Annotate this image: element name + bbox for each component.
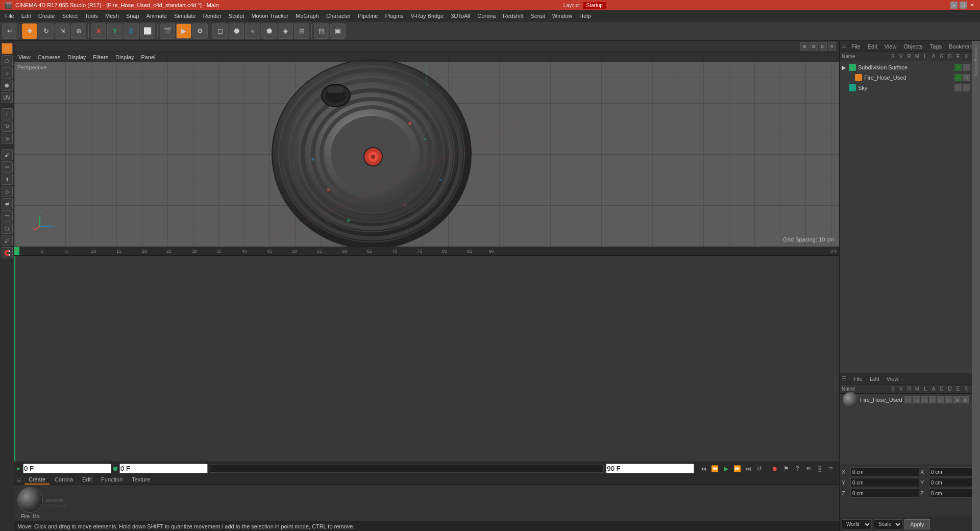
mat-tab-edit[interactable]: Edit — [867, 375, 882, 383]
y-axis-button[interactable]: Y — [107, 23, 122, 39]
x-pos-input[interactable] — [850, 467, 919, 476]
mat-check1[interactable]: □ — [904, 396, 912, 403]
edge-mode-button[interactable]: ⟐ — [245, 23, 260, 39]
om-check-btn[interactable]: ✓ — [954, 64, 962, 71]
point-mode-button[interactable]: ⬣ — [229, 23, 244, 39]
menu-animate[interactable]: Animate — [143, 12, 170, 20]
scene-browser-tab[interactable]: Scene Browser — [972, 43, 979, 78]
record-button[interactable]: ⏺ — [770, 464, 780, 474]
menu-plugins[interactable]: Plugins — [382, 12, 406, 20]
menu-sculpt[interactable]: Sculpt — [226, 12, 248, 20]
mat-check5[interactable]: □ — [937, 396, 944, 403]
dots-btn[interactable]: ⣿ — [815, 464, 825, 474]
menu-edit[interactable]: Edit — [18, 12, 34, 20]
transform-tool-button[interactable]: ⊕ — [71, 23, 86, 39]
timeline-scrubber[interactable] — [210, 465, 604, 473]
sidebar-brush-btn[interactable]: 🖌 — [2, 149, 13, 160]
vp-menu-filters[interactable]: Filters — [91, 53, 110, 61]
motion-btn[interactable]: ≋ — [803, 464, 814, 474]
next-frame-button[interactable]: ⏩ — [732, 464, 742, 474]
viewport-settings-btn[interactable]: ⚙ — [810, 42, 818, 51]
sidebar-poly-btn[interactable]: ⬟ — [2, 80, 13, 91]
sidebar-knife-btn[interactable]: ✂ — [2, 161, 13, 173]
apply-button[interactable]: Apply — [904, 519, 930, 529]
vp-menu-view[interactable]: View — [16, 53, 33, 61]
render-button[interactable]: ▶ — [176, 23, 191, 39]
texture-mode-button[interactable]: ⊞ — [294, 23, 309, 39]
material-ball[interactable] — [17, 487, 43, 513]
menu-corona[interactable]: Corona — [474, 12, 499, 20]
z-axis-button[interactable]: Z — [124, 23, 139, 39]
maximize-button[interactable]: □ — [960, 2, 967, 9]
menu-create[interactable]: Create — [35, 12, 58, 20]
render-settings-button[interactable]: ⚙ — [192, 23, 208, 39]
y-pos-input[interactable] — [850, 478, 919, 487]
all-axes-button[interactable]: ⬜ — [140, 23, 155, 39]
om-firehose-check[interactable]: ✓ — [954, 74, 962, 81]
viewport[interactable]: ⊞ ⚙ ⊡ ✕ View Cameras Display Filters Dis… — [14, 41, 839, 247]
mat-tab-view[interactable]: View — [884, 375, 901, 383]
sidebar-bevel-btn[interactable]: ◇ — [2, 186, 13, 197]
om-dot-btn[interactable]: · — [963, 64, 970, 71]
mat-tab-file[interactable]: File — [851, 375, 865, 383]
mat-check8[interactable]: ✕ — [962, 396, 969, 403]
tab-function[interactable]: Function — [97, 475, 127, 485]
menu-character[interactable]: Character — [323, 12, 354, 20]
close-button[interactable]: ✕ — [969, 2, 976, 9]
menu-3dtoall[interactable]: 3DToAll — [448, 12, 473, 20]
x-axis-button[interactable]: X — [91, 23, 106, 39]
start-frame-input[interactable] — [119, 464, 208, 473]
viewport-close-btn[interactable]: ✕ — [828, 42, 836, 51]
mat-check3[interactable]: □ — [921, 396, 928, 403]
tab-corona[interactable]: Corona — [51, 475, 77, 485]
mat-check6[interactable]: □ — [945, 396, 952, 403]
tab-edit[interactable]: Edit — [78, 475, 96, 485]
display-mode2-button[interactable]: ▣ — [330, 23, 346, 39]
om-tab-edit[interactable]: Edit — [865, 42, 880, 51]
tab-texture[interactable]: Texture — [128, 475, 154, 485]
sidebar-edge-btn[interactable]: ⟐ — [2, 67, 13, 79]
move-tool-button[interactable]: ✚ — [22, 23, 37, 39]
sidebar-rotate-btn[interactable]: ↻ — [2, 120, 13, 132]
object-mode-button[interactable]: ◻ — [212, 23, 228, 39]
help-btn[interactable]: ? — [792, 464, 802, 474]
om-firehose-dot[interactable]: □ — [963, 74, 970, 81]
key-button[interactable]: ⚑ — [781, 464, 791, 474]
menu-file[interactable]: File — [2, 12, 17, 20]
vp-menu-panel[interactable]: Panel — [139, 53, 157, 61]
menu-window[interactable]: Window — [549, 12, 575, 20]
vp-menu-display[interactable]: Display — [65, 53, 88, 61]
tab-create[interactable]: Create — [24, 475, 50, 485]
play-button[interactable]: ▶ — [721, 464, 731, 474]
menu-vray[interactable]: V-Ray Bridge — [408, 12, 447, 20]
end-frame-input[interactable] — [606, 464, 694, 473]
vp-menu-display2[interactable]: Display — [113, 53, 136, 61]
om-row-firehose[interactable]: Fire_Hose_Used ✓ □ — [840, 73, 972, 83]
viewport-maximize-btn[interactable]: ⊡ — [819, 42, 827, 51]
om-tab-file[interactable]: File — [849, 42, 863, 51]
z-pos-input[interactable] — [850, 489, 919, 498]
vp-menu-cameras[interactable]: Cameras — [36, 53, 63, 61]
menu-redshift[interactable]: Redshift — [500, 12, 526, 20]
menu-motion-tracker[interactable]: Motion Tracker — [248, 12, 291, 20]
om-tab-view[interactable]: View — [882, 42, 899, 51]
om-row-sky[interactable]: Sky · · — [840, 83, 972, 93]
mat-check2[interactable]: □ — [913, 396, 920, 403]
om-tab-tags[interactable]: Tags — [927, 42, 944, 51]
om-tab-objects[interactable]: Objects — [901, 42, 925, 51]
viewport-expand-btn[interactable]: ⊞ — [800, 42, 808, 51]
sidebar-extrude-btn[interactable]: ⬆ — [2, 174, 13, 185]
menu-script[interactable]: Script — [528, 12, 548, 20]
mat-check7[interactable]: ⊕ — [953, 396, 961, 403]
timeline-track[interactable] — [14, 256, 839, 462]
current-frame-input[interactable] — [23, 464, 111, 473]
world-dropdown[interactable]: World Object — [842, 519, 872, 529]
menu-simulate[interactable]: Simulate — [171, 12, 199, 20]
sidebar-move-btn[interactable]: ↕ — [2, 108, 13, 119]
sidebar-spline-btn[interactable]: 〜 — [2, 210, 13, 222]
sidebar-mirror-btn[interactable]: ⬡ — [2, 223, 13, 234]
settings-btn[interactable]: ≡ — [826, 464, 836, 474]
display-mode-button[interactable]: ▤ — [314, 23, 329, 39]
loop-button[interactable]: ↺ — [754, 464, 765, 474]
sidebar-uv-btn[interactable]: UV — [2, 92, 13, 103]
